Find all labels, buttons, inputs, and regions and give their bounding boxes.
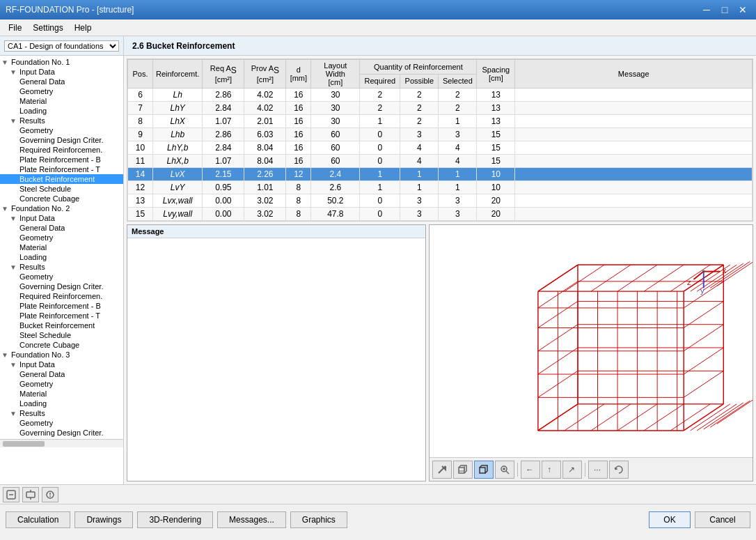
status-btn-3[interactable] [42, 487, 58, 502]
tree-governing-2[interactable]: Governing Design Criter. [0, 281, 123, 291]
table-row[interactable]: 12LvY0.951.0182.611110 [128, 181, 753, 194]
tree-foundation-1[interactable]: ▼ Foundation No. 1 [0, 57, 123, 67]
status-btn-1[interactable] [3, 487, 19, 502]
tree-geometry-3a[interactable]: Geometry [0, 379, 123, 389]
tree-bucket-1[interactable]: Bucket Reinforcement [0, 174, 123, 184]
table-row[interactable]: 11LhX,b1.078.04166004415 [128, 155, 753, 168]
tree-plate-b-1[interactable]: Plate Reinforcement - B [0, 155, 123, 164]
tree-loading-1[interactable]: Loading [0, 106, 123, 116]
sidebar: CA1 - Design of foundations ▼ Foundation… [0, 36, 124, 484]
tree-plate-t-2[interactable]: Plate Reinforcement - T [0, 311, 123, 321]
3d-toolbar: ← ↑ ↗ ··· [430, 457, 753, 481]
tree-input-data-2[interactable]: ▼ Input Data [0, 213, 123, 223]
tree-label-foundation-3: Foundation No. 3 [11, 350, 70, 359]
svg-text:z: z [687, 278, 691, 286]
tree-steel-1[interactable]: Steel Schedule [0, 184, 123, 194]
table-row[interactable]: 10LhY,b2.848.04166004415 [128, 141, 753, 155]
tree-governing-3[interactable]: Governing Design Criter. [0, 428, 123, 438]
tree-general-data-2[interactable]: General Data [0, 223, 123, 233]
view-btn-flip-y[interactable]: ↑ [542, 461, 561, 479]
tree-plate-t-1[interactable]: Plate Reinforcement - T [0, 164, 123, 174]
tree-geometry-2a[interactable]: Geometry [0, 233, 123, 242]
tree-loading-2[interactable]: Loading [0, 252, 123, 262]
tree-toggle-input-2: ▼ [10, 215, 19, 222]
tree-material-1[interactable]: Material [0, 96, 123, 106]
drawings-button[interactable]: Drawings [74, 511, 133, 528]
minimize-button[interactable]: ─ [699, 3, 714, 17]
tree-foundation-3[interactable]: ▼ Foundation No. 3 [0, 350, 123, 360]
main-container: CA1 - Design of foundations ▼ Foundation… [0, 36, 756, 484]
tree-label-foundation-1: Foundation No. 1 [11, 58, 70, 66]
status-btn-2[interactable] [22, 487, 39, 502]
table-row[interactable]: 7LhY2.844.02163022213 [128, 102, 753, 115]
toolbar-separator-2 [585, 463, 585, 477]
col-selected: Selected [439, 74, 477, 88]
table-row[interactable]: 8LhX1.072.01163012113 [128, 115, 753, 128]
tree-general-data-3[interactable]: General Data [0, 369, 123, 379]
tree-input-data-3[interactable]: ▼ Input Data [0, 360, 123, 369]
tree-governing-1[interactable]: Governing Design Criter. [0, 135, 123, 145]
tree-results-2[interactable]: ▼ Results [0, 262, 123, 272]
view-btn-flip-z[interactable]: ↗ [562, 461, 582, 479]
tree-geometry-1a[interactable]: Geometry [0, 86, 123, 96]
3d-rendering-button[interactable]: 3D-Rendering [137, 511, 213, 528]
view-btn-wireframe[interactable] [474, 461, 494, 479]
messages-button[interactable]: Messages... [217, 511, 286, 528]
wireframe-svg: .wire { stroke: #cc0000; stroke-width: 1… [430, 225, 753, 457]
view-btn-reset[interactable] [609, 461, 629, 479]
calculation-button[interactable]: Calculation [6, 511, 70, 528]
table-row[interactable]: 9Lhb2.866.03166003315 [128, 128, 753, 141]
graphics-button[interactable]: Graphics [290, 511, 347, 528]
svg-text:···: ··· [594, 465, 601, 475]
tree-concrete-2[interactable]: Concrete Cubage [0, 340, 123, 350]
view-btn-box[interactable] [453, 461, 473, 479]
menu-help[interactable]: Help [69, 22, 97, 34]
svg-text:↗: ↗ [568, 465, 575, 475]
view-btn-zoom[interactable] [495, 461, 514, 479]
maximize-button[interactable]: □ [717, 3, 732, 17]
table-row[interactable]: 15Lvy,wall0.003.02847.803320 [128, 208, 753, 221]
tree-material-3[interactable]: Material [0, 389, 123, 399]
3d-canvas: .wire { stroke: #cc0000; stroke-width: 1… [430, 225, 753, 457]
view-btn-dots[interactable]: ··· [588, 461, 608, 479]
cancel-button[interactable]: Cancel [695, 511, 750, 528]
view-btn-flip-x[interactable]: ← [521, 461, 540, 479]
tree-input-data-1[interactable]: ▼ Input Data [0, 67, 123, 77]
col-qty-header: Quantity of Reinforcement [360, 60, 477, 75]
svg-line-50 [565, 265, 604, 291]
ok-button[interactable]: OK [649, 511, 691, 528]
col-layout-width: Layout Width[cm] [311, 60, 360, 88]
menu-file[interactable]: File [3, 22, 27, 34]
reinforcement-table-container: Pos. Reinforcemt. Req AS[cm²] Prov AS[cm… [127, 59, 753, 222]
tree-results-1[interactable]: ▼ Results [0, 116, 123, 125]
col-required: Required [360, 74, 400, 88]
tree-required-1[interactable]: Required Reinforcemen. [0, 145, 123, 155]
svg-line-60 [644, 404, 684, 431]
tree-geometry-1b[interactable]: Geometry [0, 125, 123, 135]
tree-required-2[interactable]: Required Reinforcemen. [0, 291, 123, 301]
table-row[interactable]: 14LvX2.152.26122.411110 [128, 168, 753, 181]
tree-foundation-2[interactable]: ▼ Foundation No. 2 [0, 203, 123, 213]
foundation-selector[interactable]: CA1 - Design of foundations [4, 40, 119, 52]
tree-loading-3[interactable]: Loading [0, 399, 123, 408]
close-button[interactable]: ✕ [735, 3, 750, 17]
message-content [127, 238, 425, 244]
tree-general-data-1[interactable]: General Data [0, 77, 123, 86]
svg-rect-84 [26, 492, 35, 497]
table-row[interactable]: 6Lh2.864.02163022213 [128, 88, 753, 102]
tree-bucket-2[interactable]: Bucket Reinforcement [0, 321, 123, 330]
menu-settings[interactable]: Settings [27, 22, 68, 34]
tree-geometry-2b[interactable]: Geometry [0, 272, 123, 281]
table-row[interactable]: 13Lvx,wall0.003.02850.203320 [128, 194, 753, 208]
tree-concrete-1[interactable]: Concrete Cubage [0, 194, 123, 203]
tree-steel-2[interactable]: Steel Schedule [0, 330, 123, 340]
tree-plate-b-2[interactable]: Plate Reinforcement - B [0, 301, 123, 311]
view-btn-arrow[interactable] [432, 461, 452, 479]
tree-geometry-3b[interactable]: Geometry [0, 418, 123, 428]
bottom-split: Message .wire { stroke: #cc0000; stroke-… [127, 224, 753, 481]
message-panel: Message [127, 224, 426, 481]
tree-results-3[interactable]: ▼ Results [0, 408, 123, 418]
tree-material-2[interactable]: Material [0, 242, 123, 252]
tree-toggle-results-3: ▼ [10, 410, 19, 417]
sidebar-hscroll[interactable] [0, 439, 123, 447]
